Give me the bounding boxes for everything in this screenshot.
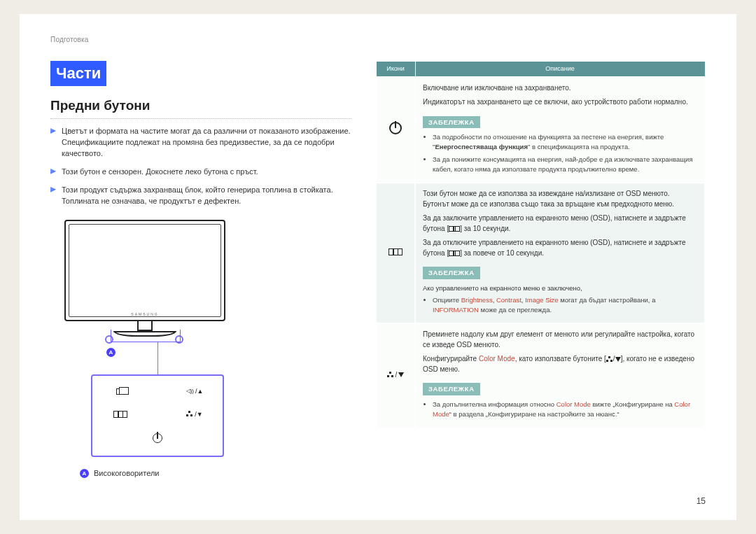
section-header: Подготовка: [50, 35, 706, 45]
desc-text: Включване или изключване на захранването…: [423, 83, 697, 94]
subtitle-front-buttons: Предни бутони: [50, 96, 351, 115]
menu-icon: [449, 251, 460, 256]
bullet-item: Този бутон е сензорен. Докоснете леко бу…: [50, 167, 351, 178]
note-item: За подробности по отношение на функцията…: [433, 132, 697, 152]
row-power-description: Включване или изключване на захранването…: [415, 77, 705, 183]
title-parts: Части: [50, 61, 106, 87]
row-menu-description: Този бутон може да се използва за извежд…: [415, 183, 705, 323]
page-number: 15: [696, 496, 706, 507]
volume-up-button-icon: ◁))/▲: [183, 387, 206, 396]
icons-description-table: Икони Описание Включване или изключване …: [375, 61, 706, 429]
badge-a-icon: A: [106, 348, 115, 357]
row-mode-description: Преминете надолу към друг елемент от мен…: [415, 323, 705, 428]
intro-bullet-list: Цветът и формата на частите могат да са …: [50, 126, 351, 207]
menu-icon: [388, 248, 402, 255]
note-item: За да понижите консумацията на енергия, …: [433, 155, 697, 174]
desc-text: Конфигурирайте Color Mode, като използва…: [423, 354, 697, 374]
row-power-icon-cell: [376, 77, 415, 183]
control-panel: ◁))/▲ /▼: [91, 374, 224, 457]
note-label: ЗАБЕЛЕЖКА: [423, 267, 480, 279]
note-item: Опциите Brightness, Contrast, Image Size…: [433, 295, 697, 315]
power-button-icon: [146, 433, 169, 443]
desc-text: Този бутон може да се използва за извежд…: [423, 189, 697, 209]
power-icon: [389, 122, 402, 134]
menu-button-icon: [109, 410, 132, 419]
menu-icon: [449, 226, 460, 232]
monitor-illustration: SAMSUNG A ◁))/▲: [64, 220, 351, 479]
note-intro: Ако управлението на екранното меню е зак…: [423, 283, 697, 293]
source-button-icon: [109, 387, 132, 396]
bullet-item: Този продукт съдържа захранващ блок, кой…: [50, 185, 351, 207]
callout-a: A: [106, 346, 115, 358]
th-icons: Икони: [376, 61, 415, 77]
mode-icon: /: [387, 370, 405, 381]
row-mode-icon-cell: /: [376, 323, 415, 428]
right-column: Икони Описание Включване или изключване …: [375, 61, 706, 485]
bullet-item: Цветът и формата на частите могат да са …: [50, 126, 351, 160]
desc-text: Индикаторът на захранването ще се включи…: [423, 97, 697, 108]
two-column-layout: Части Предни бутони Цветът и формата на …: [50, 61, 706, 485]
divider-dotted: [50, 118, 351, 119]
desc-text: За да заключите управлението на екраннот…: [423, 213, 697, 234]
desc-text: Преминете надолу към друг елемент от мен…: [423, 330, 697, 350]
page: Подготовка Части Предни бутони Цветът и …: [20, 14, 736, 520]
note-label: ЗАБЕЛЕЖКА: [423, 116, 480, 129]
desc-text: За да отключите управлението на екраннот…: [423, 238, 697, 258]
row-menu-icon-cell: [376, 183, 415, 323]
note-label: ЗАБЕЛЕЖКА: [423, 383, 480, 395]
th-description: Описание: [415, 61, 705, 77]
monitor-screen: SAMSUNG: [64, 220, 225, 321]
legend-speakers-label: Високоговорители: [94, 468, 160, 479]
mode-down-button-icon: /▼: [183, 410, 206, 419]
monitor-brand-label: SAMSUNG: [131, 312, 158, 317]
note-item: За допълнителна информация относно Color…: [433, 400, 697, 419]
legend-speakers: A Високоговорители: [80, 468, 351, 479]
left-column: Части Предни бутони Цветът и формата на …: [50, 61, 351, 485]
badge-a-icon: A: [80, 469, 89, 478]
